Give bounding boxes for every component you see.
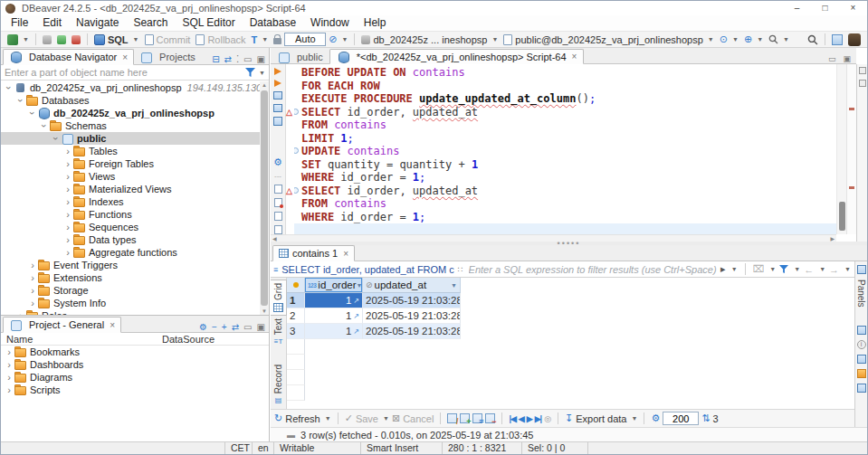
project-item[interactable]: ›Dashboards [1,358,269,371]
column-header-updated_at[interactable]: ⊘updated_at▼ [363,278,461,293]
last-page-icon[interactable]: ▶| [535,414,541,423]
code-line[interactable]: EXECUTE PROCEDURE update_updated_at_colu… [294,92,836,106]
close-icon[interactable]: × [572,52,577,62]
results-filter-input[interactable] [467,263,721,276]
menu-file[interactable]: File [4,15,35,31]
code-line[interactable]: SELECT id_order, updated_at [294,106,836,119]
maximize-panel-icon[interactable]: ▣ [257,54,265,64]
filters-dropdown-icon[interactable]: ▼ [794,266,800,272]
cell-updated-at[interactable]: 2025-05-19 21:03:28.121 [363,308,461,324]
close-icon[interactable]: × [343,249,348,259]
project-item[interactable]: ›Bookmarks [1,346,269,358]
grid-settings-gear-icon[interactable]: ⚙ [651,412,660,424]
expand-icon[interactable]: + [222,322,227,332]
settings-gear-icon[interactable]: ⚙ [199,322,207,332]
explain-plan-icon[interactable] [273,104,282,112]
tree-item[interactable]: ›Data types [1,233,260,246]
commit-mode-field[interactable]: Auto [284,33,326,46]
chevron-expanded-icon[interactable]: › [5,83,14,92]
tree-item[interactable]: ›Storage [1,284,260,297]
collapse-handle-icon[interactable]: ▬ [287,431,295,440]
calc-panel-icon[interactable] [857,384,866,393]
code-line[interactable]: LIMIT 1; [294,132,836,146]
tab-results-contains[interactable]: contains 1 × [272,245,355,261]
fk-navigate-icon[interactable]: ↗ [353,297,359,305]
tab-project-general[interactable]: Project - General × [3,317,121,333]
code-line[interactable] [294,223,836,234]
history-forward-icon[interactable]: → [829,264,839,275]
project-item[interactable]: ›Diagrams [1,371,269,384]
search-dropdown-button[interactable]: ▼ [766,32,792,47]
chevron-collapsed-icon[interactable]: › [63,210,72,219]
add-row-icon[interactable] [460,413,470,423]
code-line[interactable]: SELECT id_order, updated_at [294,185,836,198]
timezone-indicator[interactable]: CET [224,442,252,455]
chevron-collapsed-icon[interactable]: › [28,261,37,270]
chevron-collapsed-icon[interactable]: › [5,347,14,356]
transaction-mode-button[interactable]: T▼ [249,32,272,47]
tree-item[interactable]: ›Materialized Views [1,183,260,195]
chevron-collapsed-icon[interactable]: › [28,273,37,282]
restore-button[interactable]: □ [811,1,839,15]
fetch-all-icon[interactable]: ⇅ [701,412,710,424]
next-page-icon[interactable]: ▶ [527,414,532,423]
auto-refresh-button[interactable]: ⊘▼ [326,32,350,47]
refresh-button[interactable]: ↻Refresh▼ [274,412,331,424]
fk-navigate-icon[interactable]: ↗ [353,327,359,336]
tree-item[interactable]: ›Event Triggers [1,259,260,271]
caret-position-indicator[interactable]: 280 : 1 : 8321 [442,442,521,455]
maximize-panel-icon[interactable]: ▣ [257,322,265,332]
code-line[interactable]: SET quantity = quantity + 1 [294,158,836,172]
fold-marker-icon[interactable] [294,147,299,154]
link-icon[interactable]: ⇄ [232,322,239,332]
tree-item[interactable]: ›db_202425z_va_prj_onlineshopsp [1,107,260,119]
collapse-icon[interactable]: − [212,322,217,332]
execute-new-tab-icon[interactable] [273,91,282,100]
history-back-icon[interactable]: ← [804,264,814,275]
new-connection-button[interactable]: ▼ [5,32,32,47]
chevron-expanded-icon[interactable]: › [28,109,37,118]
expand-query-icon[interactable]: ∷ [454,265,467,274]
menu-navigate[interactable]: Navigate [69,15,126,31]
query-history-button[interactable]: ⊙▼ [717,32,741,47]
panels-icon[interactable] [857,265,866,274]
apply-filter-dropdown-icon[interactable]: ▼ [731,266,738,272]
menu-help[interactable]: Help [357,15,394,31]
transaction-lock-button[interactable] [271,32,284,47]
tree-item[interactable]: ›Sequences [1,221,260,233]
object-filter-input[interactable] [1,65,243,80]
tree-item[interactable]: ›Tables [1,145,260,157]
open-script-icon[interactable] [274,212,282,221]
analyze-icon[interactable] [273,117,282,125]
commit-button[interactable]: Commit [142,32,194,47]
tree-item[interactable]: ›Foreign Tables [1,157,260,170]
chevron-expanded-icon[interactable]: › [16,96,25,105]
forward-dropdown-icon[interactable]: ▼ [844,266,851,272]
column-menu-icon[interactable]: ▼ [357,282,363,289]
cell-id-order[interactable]: 1↗ [305,324,363,339]
minimize-button[interactable]: – [783,1,811,15]
sql-editor[interactable]: ⚙ --- △△ BEFORE UPDATE ON containsFOR EA… [271,64,856,242]
writable-indicator[interactable]: Writable [273,442,360,455]
fold-marker-icon[interactable] [294,109,299,115]
cell-updated-at[interactable]: 2025-05-19 21:03:28.121 [363,293,461,308]
tree-item[interactable]: ›Views [1,170,260,183]
menu-edit[interactable]: Edit [35,15,69,31]
menu-database[interactable]: Database [243,15,303,31]
code-line[interactable]: FROM contains [294,197,836,211]
cell-id-order[interactable]: 1↗ [305,293,363,308]
chevron-expanded-icon[interactable]: › [40,121,49,130]
code-line[interactable]: FROM contains [294,118,836,132]
tree-item[interactable]: ›Indexes [1,195,260,208]
chevron-collapsed-icon[interactable]: › [63,223,72,232]
chevron-collapsed-icon[interactable]: › [63,197,72,206]
cell-updated-at[interactable]: 2025-05-19 21:03:28.121 [363,324,461,339]
link-with-editor-icon[interactable]: ⇄ [224,54,232,64]
code-line[interactable]: WHERE id_order = 1; [294,211,836,224]
chevron-collapsed-icon[interactable]: › [63,159,72,168]
chevron-collapsed-icon[interactable]: › [5,373,14,382]
profile-button[interactable] [845,32,863,47]
language-indicator[interactable]: en [252,442,273,455]
menu-window[interactable]: Window [303,15,357,31]
export-data-button[interactable]: ↧Export data▼ [565,412,637,424]
